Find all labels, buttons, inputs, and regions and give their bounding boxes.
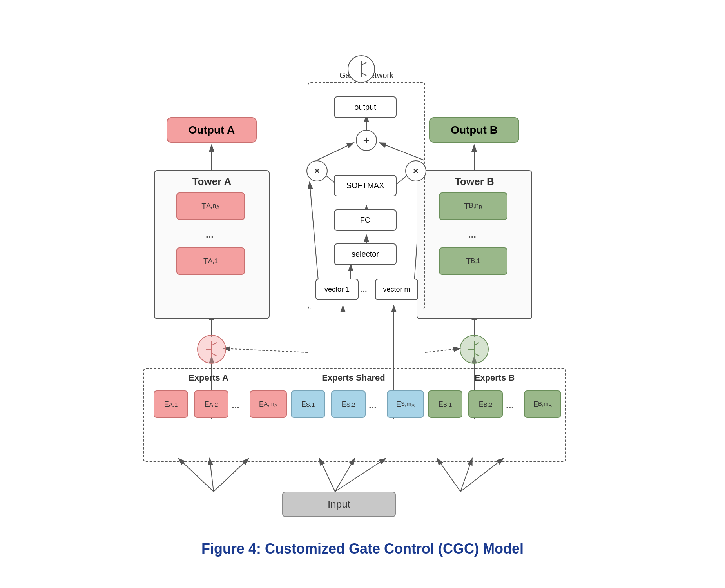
experts-a-dots: ... <box>232 399 239 410</box>
selector-label: selector <box>352 250 379 259</box>
vector1-label: vector 1 <box>324 285 350 294</box>
ea1-box: EA,1 <box>154 390 188 418</box>
svg-line-8 <box>460 458 472 492</box>
input-box: Input <box>282 492 396 517</box>
gate-circle-a <box>197 335 226 364</box>
input-label: Input <box>328 498 350 510</box>
svg-line-32 <box>361 73 366 76</box>
svg-line-1 <box>178 458 214 492</box>
svg-line-4 <box>319 458 335 492</box>
svg-line-9 <box>460 458 504 492</box>
output-b-box: Output B <box>429 117 519 143</box>
gating-network-container: Gating Network output SOFTMAX FC selecto… <box>308 82 425 309</box>
experts-a-label: Experts A <box>156 373 261 383</box>
diagram: Output A Output B Tower A TA,nA ... TA,1… <box>127 31 598 541</box>
esm-box: ES,mS <box>387 390 424 418</box>
gating-transistor-circle <box>348 55 375 83</box>
tower-a-top-box: TA,nA <box>176 192 245 220</box>
fc-box: FC <box>334 209 397 231</box>
tower-b-label: Tower B <box>417 176 531 188</box>
vectorm-box: vector m <box>375 279 418 300</box>
tower-a-label: Tower A <box>155 176 269 188</box>
fc-label: FC <box>360 216 371 225</box>
svg-line-7 <box>437 458 460 492</box>
experts-outer-container: Experts A EA,1 EA,2 ... EA,mA Experts Sh… <box>143 368 566 462</box>
transistor-icon <box>352 59 371 79</box>
tower-a-bot-box: TA,1 <box>176 247 245 275</box>
vectorm-label: vector m <box>383 285 410 294</box>
es2-box: ES,2 <box>331 390 366 418</box>
plus-symbol: + <box>363 134 370 147</box>
figure-caption: Figure 4: Customized Gate Control (CGC) … <box>127 541 598 557</box>
eam-box: EA,mA <box>250 390 287 418</box>
selector-box: selector <box>334 243 397 265</box>
svg-line-35 <box>212 343 217 345</box>
softmax-label: SOFTMAX <box>346 181 384 190</box>
experts-shared-label: Experts Shared <box>289 373 418 383</box>
output-a-label: Output A <box>188 124 235 136</box>
times-right-circle: × <box>405 160 426 181</box>
gating-output-label: output <box>354 103 376 112</box>
tower-b-container: Tower B TB,nB ... TB,1 <box>417 170 532 319</box>
transistor-a-icon <box>202 339 221 359</box>
experts-s-dots: ... <box>369 399 377 410</box>
output-b-label: Output B <box>451 124 498 136</box>
times-left-circle: × <box>306 160 328 181</box>
tower-a-dots: ... <box>206 229 214 240</box>
svg-line-5 <box>335 458 355 492</box>
vector1-box: vector 1 <box>315 279 359 300</box>
output-a-box: Output A <box>167 117 257 143</box>
gating-output-box: output <box>334 96 397 118</box>
ebm-box: EB,mB <box>524 390 561 418</box>
tower-b-dots: ... <box>468 229 476 240</box>
svg-line-28 <box>223 348 308 352</box>
times-right-symbol: × <box>413 165 419 176</box>
tower-b-top-box: TB,nB <box>439 192 508 220</box>
svg-line-6 <box>335 458 386 492</box>
figure-caption-text: Figure 4: Customized Gate Control (CGC) … <box>201 541 524 557</box>
svg-line-2 <box>210 458 214 492</box>
tower-b-bot-box: TB,1 <box>439 247 508 275</box>
svg-line-36 <box>212 353 217 356</box>
svg-line-3 <box>214 458 249 492</box>
svg-line-39 <box>474 343 479 345</box>
es1-box: ES,1 <box>291 390 325 418</box>
svg-line-31 <box>361 62 366 65</box>
vectors-dots: ... <box>361 285 367 294</box>
plus-circle: + <box>356 130 377 151</box>
experts-b-dots: ... <box>506 399 514 410</box>
tower-a-container: Tower A TA,nA ... TA,1 <box>154 170 270 319</box>
svg-line-29 <box>425 348 460 352</box>
experts-b-label: Experts B <box>430 373 559 383</box>
ea2-box: EA,2 <box>194 390 228 418</box>
times-left-symbol: × <box>314 165 320 176</box>
gate-circle-b <box>460 335 489 364</box>
eb1-box: EB,1 <box>428 390 462 418</box>
softmax-box: SOFTMAX <box>334 175 397 196</box>
svg-line-40 <box>474 353 479 356</box>
transistor-b-icon <box>464 339 484 359</box>
eb2-box: EB,2 <box>468 390 503 418</box>
